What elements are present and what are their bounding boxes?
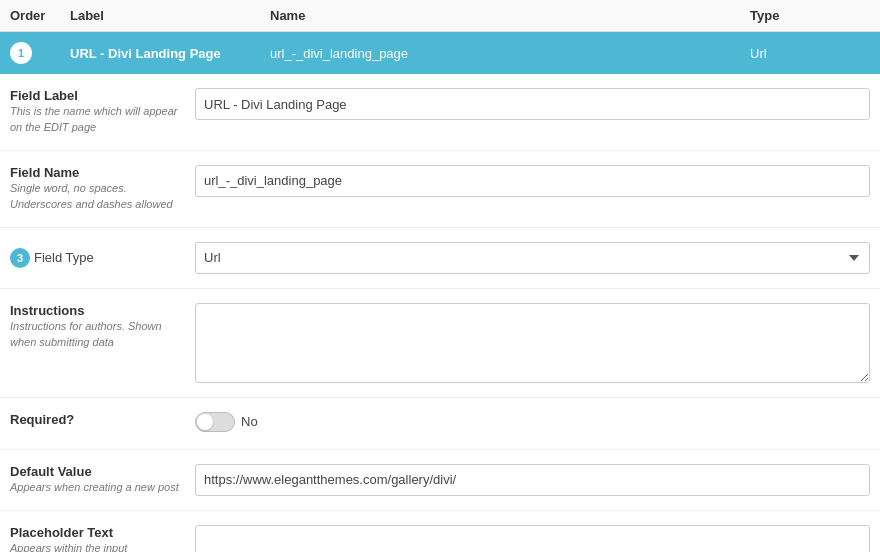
field-name-col: Field Name Single word, no spaces. Under…	[10, 165, 195, 213]
instructions-label-col: Instructions Instructions for authors. S…	[10, 303, 195, 351]
col-header-label: Label	[70, 8, 270, 23]
row-type-col: Url	[750, 46, 870, 61]
default-value-heading: Default Value	[10, 464, 185, 479]
instructions-textarea[interactable]	[195, 303, 870, 383]
field-type-input-col: Url Text Textarea Email Number Select Ch…	[195, 242, 870, 274]
required-heading: Required?	[10, 412, 185, 427]
default-value-input[interactable]	[195, 464, 870, 496]
default-value-row: Default Value Appears when creating a ne…	[0, 450, 880, 511]
order-badge: 1	[10, 42, 32, 64]
instructions-desc: Instructions for authors. Shown when sub…	[10, 320, 162, 348]
default-value-input-col	[195, 464, 870, 496]
required-label-col: Required?	[10, 412, 195, 427]
field-type-row: 3 Field Type Url Text Textarea Email Num…	[0, 228, 880, 289]
field-label-input[interactable]	[195, 88, 870, 120]
placeholder-text-desc: Appears within the input	[10, 542, 127, 552]
field-name-heading: Field Name	[10, 165, 185, 180]
required-toggle[interactable]	[195, 412, 235, 432]
placeholder-text-input[interactable]	[195, 525, 870, 552]
required-toggle-knob	[197, 414, 213, 430]
step-badge: 3	[10, 248, 30, 268]
field-name-input-col	[195, 165, 870, 197]
placeholder-text-row: Placeholder Text Appears within the inpu…	[0, 511, 880, 552]
required-row: Required? No	[0, 398, 880, 450]
field-label-row: Field Label This is the name which will …	[0, 74, 880, 151]
row-name-col: url_-_divi_landing_page	[270, 46, 750, 61]
placeholder-text-heading: Placeholder Text	[10, 525, 185, 540]
col-header-order: Order	[10, 8, 70, 23]
instructions-input-col	[195, 303, 870, 383]
placeholder-text-input-col	[195, 525, 870, 552]
default-value-label-col: Default Value Appears when creating a ne…	[10, 464, 195, 495]
row-label-col: URL - Divi Landing Page	[70, 46, 270, 61]
field-type-label-col: 3 Field Type	[10, 248, 195, 268]
instructions-row: Instructions Instructions for authors. S…	[0, 289, 880, 398]
col-header-type: Type	[750, 8, 870, 23]
field-name-desc: Single word, no spaces. Underscores and …	[10, 182, 173, 210]
table-header: Order Label Name Type	[0, 0, 880, 32]
instructions-heading: Instructions	[10, 303, 185, 318]
placeholder-text-label-col: Placeholder Text Appears within the inpu…	[10, 525, 195, 552]
main-container: Order Label Name Type 1 URL - Divi Landi…	[0, 0, 880, 552]
field-label-col: Field Label This is the name which will …	[10, 88, 195, 136]
table-row-selected[interactable]: 1 URL - Divi Landing Page url_-_divi_lan…	[0, 32, 880, 74]
field-label-heading: Field Label	[10, 88, 185, 103]
form-section: Field Label This is the name which will …	[0, 74, 880, 552]
field-label-desc: This is the name which will appear on th…	[10, 105, 178, 133]
field-name-input[interactable]	[195, 165, 870, 197]
field-type-heading: Field Type	[34, 250, 94, 265]
row-order-col: 1	[10, 42, 70, 64]
field-name-row: Field Name Single word, no spaces. Under…	[0, 151, 880, 228]
default-value-desc: Appears when creating a new post	[10, 481, 179, 493]
col-header-name: Name	[270, 8, 750, 23]
field-type-select[interactable]: Url Text Textarea Email Number Select Ch…	[195, 242, 870, 274]
required-input-col: No	[195, 412, 870, 432]
field-label-input-col	[195, 88, 870, 120]
required-toggle-label: No	[241, 414, 258, 429]
